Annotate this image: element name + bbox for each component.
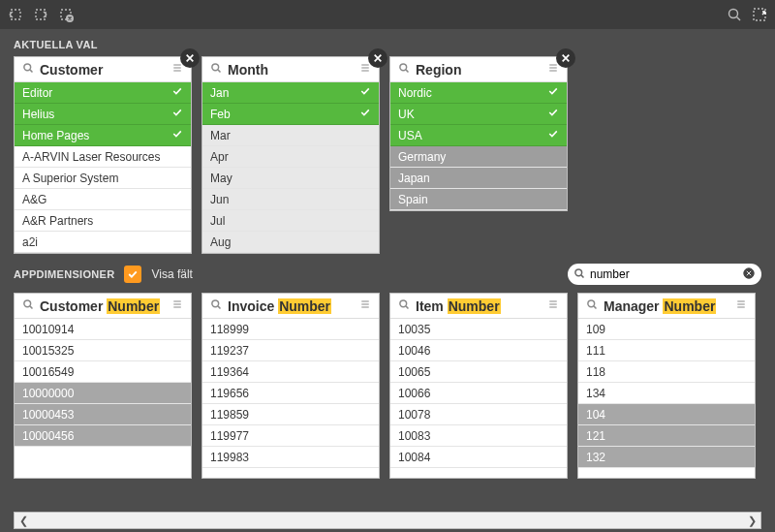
- list-item[interactable]: Home Pages: [15, 125, 191, 146]
- list-item[interactable]: 111: [578, 340, 755, 361]
- search-icon[interactable]: [22, 62, 34, 77]
- menu-icon[interactable]: [171, 298, 183, 313]
- search-icon[interactable]: [210, 62, 222, 77]
- search-icon[interactable]: [398, 62, 410, 77]
- list-item[interactable]: 10016549: [15, 361, 191, 383]
- card-wrapper: Customer Number1001091410015325100165491…: [14, 293, 192, 479]
- list-item[interactable]: 10010914: [15, 319, 191, 340]
- list-item[interactable]: 118999: [202, 319, 379, 340]
- list-item[interactable]: 104: [578, 404, 755, 425]
- list-item[interactable]: A-ARVIN Laser Resources: [15, 146, 191, 168]
- list-item[interactable]: UK: [390, 104, 567, 125]
- list-item[interactable]: 119859: [202, 404, 379, 425]
- selection-cards-row: CustomerEditorHeliusHome PagesA-ARVIN La…: [0, 56, 775, 254]
- menu-icon[interactable]: [359, 298, 371, 313]
- list-item[interactable]: A Superior System: [15, 168, 191, 189]
- listbox: JanFebMarAprMayJunJulAug: [202, 82, 379, 253]
- selection-forward-icon[interactable]: [33, 7, 48, 22]
- list-item-label: 121: [586, 429, 747, 443]
- list-item[interactable]: 119364: [202, 361, 379, 383]
- global-search-icon[interactable]: [727, 7, 742, 22]
- search-icon[interactable]: [398, 298, 410, 313]
- menu-icon[interactable]: [735, 298, 747, 313]
- clear-selections-icon[interactable]: [58, 7, 74, 22]
- list-item[interactable]: Japan: [390, 168, 567, 189]
- list-item[interactable]: 10000453: [15, 404, 191, 425]
- list-item[interactable]: 119977: [202, 425, 379, 447]
- search-icon[interactable]: [210, 298, 222, 313]
- list-item-label: 10010914: [22, 323, 183, 336]
- list-item[interactable]: 10000000: [15, 383, 191, 404]
- scroll-track[interactable]: [32, 513, 743, 528]
- list-item[interactable]: 119237: [202, 340, 379, 361]
- search-icon[interactable]: [22, 298, 34, 313]
- search-icon[interactable]: [586, 298, 598, 313]
- list-item[interactable]: a2i: [15, 232, 191, 253]
- scroll-right-arrow[interactable]: ❯: [743, 513, 760, 528]
- list-item-label: 10000000: [22, 387, 183, 400]
- list-item[interactable]: Editor: [15, 82, 191, 104]
- list-item[interactable]: 10046: [390, 340, 567, 361]
- list-item[interactable]: Jul: [202, 210, 379, 232]
- list-item[interactable]: Feb: [202, 104, 379, 125]
- list-item[interactable]: 109: [578, 319, 755, 340]
- list-item[interactable]: Aug: [202, 232, 379, 253]
- list-item[interactable]: USA: [390, 125, 567, 146]
- list-item[interactable]: Mar: [202, 125, 379, 146]
- list-item[interactable]: Helius: [15, 104, 191, 125]
- close-card-button[interactable]: [556, 48, 575, 68]
- list-item[interactable]: 10015325: [15, 340, 191, 361]
- list-item[interactable]: 10066: [390, 383, 567, 404]
- dimension-cards-row: Customer Number1001091410015325100165491…: [0, 293, 775, 479]
- clear-search-icon[interactable]: [742, 266, 756, 283]
- list-item-label: Japan: [398, 172, 559, 185]
- menu-icon[interactable]: [359, 62, 371, 77]
- menu-icon[interactable]: [171, 62, 183, 77]
- list-item[interactable]: A&G: [15, 189, 191, 210]
- list-item[interactable]: Nordic: [390, 82, 567, 104]
- dimension-search[interactable]: [568, 264, 761, 285]
- list-item-label: 109: [586, 323, 747, 336]
- list-item[interactable]: 10065: [390, 361, 567, 383]
- menu-icon[interactable]: [547, 62, 559, 77]
- list-item-label: 10016549: [22, 365, 183, 379]
- list-item-label: A Superior System: [22, 172, 183, 185]
- card-title: Month: [228, 62, 354, 78]
- list-item[interactable]: 10000456: [15, 425, 191, 447]
- close-card-button[interactable]: [368, 48, 388, 68]
- filter-card: Manager Number109111118134104121132: [577, 293, 756, 479]
- list-item[interactable]: May: [202, 168, 379, 189]
- list-item[interactable]: 121: [578, 425, 755, 447]
- scroll-left-arrow[interactable]: ❮: [15, 513, 32, 528]
- list-item-label: 132: [586, 451, 747, 464]
- list-item[interactable]: 10083: [390, 425, 567, 447]
- list-item-label: 10078: [398, 408, 559, 422]
- list-item[interactable]: 10035: [390, 319, 567, 340]
- list-item[interactable]: Jan: [202, 82, 379, 104]
- dimension-search-input[interactable]: [590, 267, 737, 281]
- list-item-label: 134: [586, 387, 747, 400]
- selections-tool-icon[interactable]: [752, 7, 767, 22]
- selection-back-icon[interactable]: [8, 7, 23, 22]
- close-card-button[interactable]: [180, 48, 200, 68]
- list-item[interactable]: 134: [578, 383, 755, 404]
- check-icon: [171, 128, 183, 142]
- svg-point-6: [24, 64, 31, 71]
- list-item[interactable]: 119983: [202, 447, 379, 468]
- list-item-label: Jun: [210, 193, 371, 206]
- list-item[interactable]: 132: [578, 447, 755, 468]
- list-item[interactable]: Spain: [390, 189, 567, 210]
- show-fields-checkbox[interactable]: [124, 266, 141, 283]
- list-item-label: 10035: [398, 323, 559, 336]
- list-item[interactable]: Germany: [390, 146, 567, 168]
- list-item[interactable]: Jun: [202, 189, 379, 210]
- menu-icon[interactable]: [547, 298, 559, 313]
- horizontal-scrollbar[interactable]: ❮ ❯: [14, 512, 761, 529]
- list-item[interactable]: 118: [578, 361, 755, 383]
- check-icon: [171, 107, 183, 121]
- list-item[interactable]: 119656: [202, 383, 379, 404]
- list-item[interactable]: Apr: [202, 146, 379, 168]
- list-item[interactable]: A&R Partners: [15, 210, 191, 232]
- list-item[interactable]: 10078: [390, 404, 567, 425]
- list-item[interactable]: 10084: [390, 447, 567, 468]
